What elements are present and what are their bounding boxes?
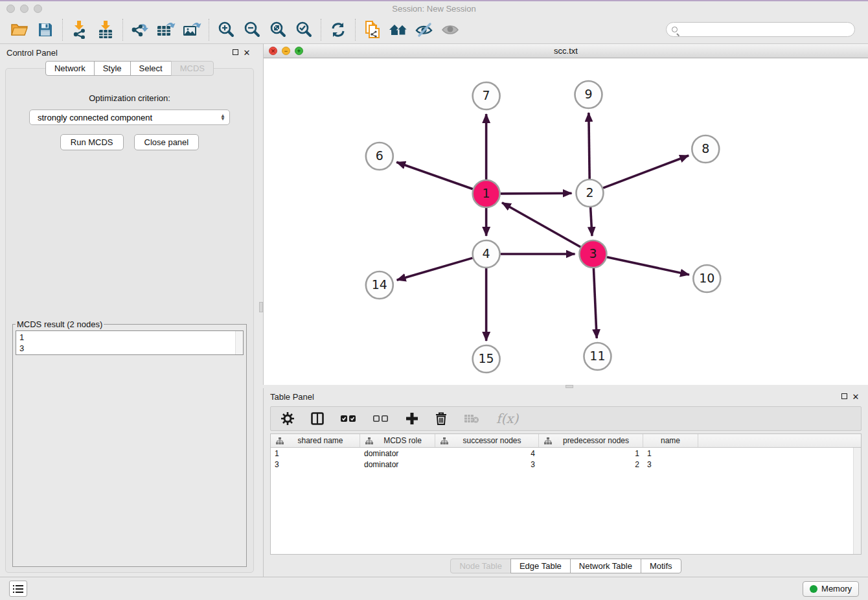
tab-motifs[interactable]: Motifs [641, 559, 681, 573]
graph-node-7[interactable]: 7 [473, 82, 500, 110]
tab-network-table[interactable]: Network Table [570, 559, 641, 573]
toolbar-separator [62, 19, 63, 41]
table-cell: 3 [435, 460, 539, 469]
network-minimize-icon[interactable]: − [282, 47, 290, 55]
window-title: Session: New Session [0, 4, 868, 14]
float-panel-icon[interactable] [838, 392, 850, 401]
delete-column-icon[interactable] [435, 412, 447, 425]
table-cell: dominator [360, 449, 435, 458]
network-close-icon[interactable]: ✕ [269, 47, 277, 55]
export-image-icon[interactable] [179, 18, 205, 41]
table-cell: 1 [539, 449, 643, 458]
column-header-predecessor-nodes[interactable]: predecessor nodes [539, 434, 643, 447]
table-tabs: Node TableEdge TableNetwork TableMotifs [264, 555, 868, 577]
network-graph[interactable]: 7968124314101511 [264, 58, 868, 385]
zoom-in-icon[interactable] [213, 18, 239, 41]
graph-node-10[interactable]: 10 [693, 265, 720, 292]
graph-node-8[interactable]: 8 [692, 135, 719, 163]
result-scrollbar[interactable] [235, 331, 243, 354]
tab-edge-table[interactable]: Edge Table [510, 559, 571, 573]
import-network-icon[interactable] [67, 18, 93, 41]
run-mcds-button[interactable]: Run MCDS [60, 134, 124, 150]
close-panel-icon[interactable]: ✕ [241, 48, 253, 58]
splitter-handle[interactable] [259, 302, 263, 312]
hide-selected-eye-icon[interactable] [411, 18, 437, 41]
vertical-splitter[interactable] [259, 44, 263, 577]
table-panel-title: Table Panel [270, 392, 838, 402]
network-canvas[interactable]: 7968124314101511 [264, 58, 868, 385]
graph-node-15[interactable]: 15 [473, 345, 500, 373]
open-session-icon[interactable] [6, 18, 32, 41]
table-settings-gear-icon[interactable] [281, 412, 294, 425]
graph-node-4[interactable]: 4 [473, 240, 500, 268]
search-input[interactable] [678, 23, 854, 36]
save-session-icon[interactable] [32, 18, 58, 41]
network-home-icon[interactable] [385, 18, 411, 41]
tab-select[interactable]: Select [130, 61, 172, 76]
horizontal-splitter[interactable] [263, 385, 868, 388]
graph-edge-2-3[interactable] [591, 207, 592, 236]
network-window-title: scc.txt [264, 46, 868, 56]
graph-edge-4-14[interactable] [397, 258, 473, 280]
mcds-result-list[interactable]: 1 3 [16, 330, 244, 355]
toolbar-separator [321, 19, 321, 41]
network-maximize-icon[interactable]: + [295, 47, 303, 55]
refresh-network-icon[interactable] [325, 18, 351, 41]
tab-network[interactable]: Network [45, 61, 95, 76]
graph-node-11[interactable]: 11 [584, 343, 611, 370]
duplicate-network-icon[interactable] [360, 18, 385, 41]
graph-node-9[interactable]: 9 [575, 81, 602, 108]
zoom-selected-icon[interactable] [291, 18, 317, 41]
deselect-all-columns-icon[interactable] [373, 414, 389, 423]
graph-edge-3-1[interactable] [502, 203, 580, 247]
svg-text:15: 15 [479, 351, 494, 365]
graph-node-2[interactable]: 2 [576, 179, 603, 207]
table-panel: Table Panel ✕ [263, 388, 868, 577]
graph-node-6[interactable]: 6 [366, 143, 393, 170]
table-row[interactable]: 3dominator323 [271, 459, 861, 470]
table-scrollbar[interactable] [853, 448, 861, 554]
graph-node-14[interactable]: 14 [366, 271, 393, 299]
column-header-successor-nodes[interactable]: successor nodes [435, 434, 539, 447]
zoom-fit-icon[interactable] [265, 18, 291, 41]
export-network-icon[interactable] [127, 18, 153, 41]
graph-edge-2-8[interactable] [603, 156, 689, 188]
graph-node-3[interactable]: 3 [579, 240, 606, 268]
add-column-icon[interactable] [405, 412, 418, 425]
graph-node-1[interactable]: 1 [473, 180, 500, 207]
column-header-shared-name[interactable]: shared name [271, 434, 360, 447]
split-table-columns-icon[interactable] [311, 412, 324, 425]
column-header-name[interactable]: name [643, 434, 698, 447]
table-header-row: shared nameMCDS rolesuccessor nodesprede… [271, 434, 861, 448]
table-row[interactable]: 1dominator411 [271, 448, 861, 459]
svg-text:3: 3 [589, 246, 597, 260]
select-stepper-icon: ▲▼ [220, 114, 225, 121]
criterion-select[interactable]: strongly connected component ▲▼ [29, 110, 230, 125]
tab-mcds[interactable]: MCDS [171, 61, 214, 76]
float-panel-icon[interactable] [229, 48, 241, 57]
show-all-eye-icon[interactable] [437, 18, 463, 41]
tab-style[interactable]: Style [94, 61, 131, 76]
graph-edge-3-11[interactable] [593, 268, 597, 338]
graph-edge-3-10[interactable] [607, 257, 689, 275]
select-all-columns-icon[interactable] [341, 414, 356, 423]
memory-button[interactable]: Memory [803, 581, 859, 597]
table-cell: 3 [271, 460, 360, 469]
delete-table-disabled-icon [464, 413, 479, 424]
main-toolbar [0, 16, 868, 44]
zoom-out-icon[interactable] [239, 18, 265, 41]
import-table-icon[interactable] [93, 18, 119, 41]
export-table-icon[interactable] [153, 18, 179, 41]
graph-edge-1-2[interactable] [501, 193, 572, 194]
tab-node-table[interactable]: Node Table [450, 559, 511, 573]
toolbar-separator [355, 19, 356, 41]
task-history-button[interactable] [9, 581, 27, 597]
close-panel-button[interactable]: Close panel [134, 134, 200, 150]
close-panel-icon[interactable]: ✕ [850, 392, 862, 402]
graph-edge-2-9[interactable] [589, 113, 589, 179]
table-panel-header: Table Panel ✕ [264, 388, 868, 405]
network-view-window: scc.txt ✕ − + 7968124314101511 [263, 44, 868, 385]
graph-edge-1-6[interactable] [396, 162, 473, 189]
splitter-handle[interactable] [565, 385, 573, 388]
column-header-MCDS-role[interactable]: MCDS role [360, 434, 435, 447]
